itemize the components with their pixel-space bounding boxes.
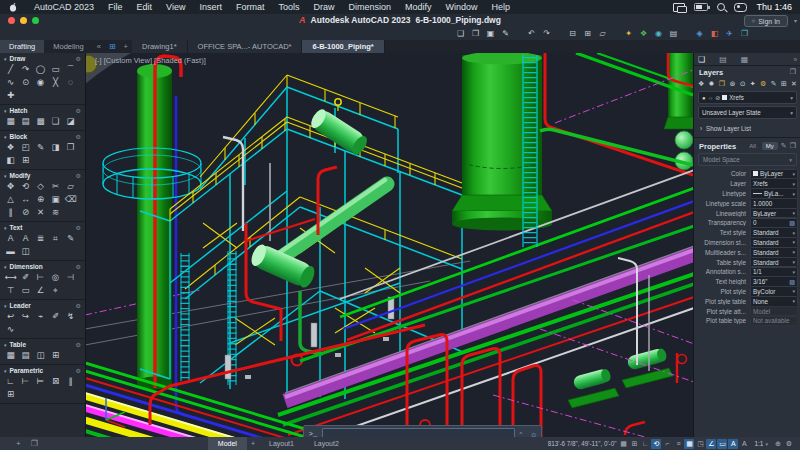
palette-tool-icon[interactable]: ❖	[3, 141, 18, 154]
property-value-field[interactable]: Standard ▾ ▨	[750, 247, 798, 258]
qat-tool-icon[interactable]: ◉	[653, 28, 664, 39]
layers-panel-icon[interactable]: ❐	[790, 68, 796, 76]
palette-tool-icon[interactable]: ⊤	[3, 284, 18, 297]
palette-tool-icon[interactable]: ◯	[33, 63, 48, 76]
control-center-icon[interactable]	[734, 3, 747, 12]
section-gear-icon[interactable]: ⚙	[76, 224, 81, 231]
screen-mirroring-icon[interactable]	[673, 3, 685, 12]
qat-tool-icon[interactable]: ↷	[541, 28, 552, 39]
palette-tool-icon[interactable]: ✎	[63, 232, 78, 245]
qat-tool-icon[interactable]: ▤	[668, 28, 679, 39]
layer-tool-icon[interactable]: ❐	[719, 80, 725, 88]
panel-tab-icon[interactable]: ❏	[698, 55, 705, 64]
properties-filter-all[interactable]: All	[746, 142, 759, 150]
status-toggle-icon[interactable]: ≡	[673, 439, 683, 449]
palette-tool-icon[interactable]: ⊠	[48, 375, 63, 388]
palette-tool-icon[interactable]: ⊞	[3, 388, 18, 401]
qat-tool-icon[interactable]: ⊞	[582, 28, 593, 39]
palette-tool-icon[interactable]: ∥	[63, 375, 78, 388]
qat-tool-icon[interactable]: ✈	[724, 28, 735, 39]
palette-tool-icon[interactable]: ◌	[63, 76, 78, 89]
palette-tool-icon[interactable]: ◉	[33, 76, 48, 89]
palette-tool-icon[interactable]: ✐	[48, 310, 63, 323]
statusbar-left-icon[interactable]: ❐	[31, 439, 38, 448]
palette-tool-icon[interactable]: ▣	[48, 193, 63, 206]
menu-item[interactable]: View	[159, 2, 192, 12]
qat-tool-icon[interactable]: ✎	[500, 28, 511, 39]
menu-item[interactable]: Edit	[130, 2, 160, 12]
sign-in-button[interactable]: ○ Sign In	[744, 15, 788, 27]
menu-item[interactable]: Dimension	[342, 2, 399, 12]
layer-tool-icon[interactable]: ⊛	[729, 80, 735, 88]
property-value-field[interactable]: 1.0000 ▾ ▨	[750, 198, 798, 209]
layer-tool-icon[interactable]: ❖	[698, 80, 704, 88]
panel-tab-icon[interactable]: ▤	[719, 55, 727, 64]
palette-tool-icon[interactable]: ▦	[3, 349, 18, 362]
model-3d-scene[interactable]	[85, 53, 693, 437]
drawing-tab[interactable]: OFFICE SPA...- AUTOCAD*	[188, 40, 303, 53]
palette-tool-icon[interactable]: ✥	[3, 180, 18, 193]
status-toggle-icon[interactable]: ⊕	[773, 439, 783, 449]
layer-tool-icon[interactable]: ✹	[709, 80, 715, 88]
palette-tool-icon[interactable]: ◫	[33, 349, 48, 362]
battery-icon[interactable]	[694, 3, 708, 11]
palette-tool-icon[interactable]: △	[3, 193, 18, 206]
palette-tool-icon[interactable]: ◰	[18, 141, 33, 154]
palette-tool-icon[interactable]: ✚	[3, 89, 18, 102]
properties-panel-icon[interactable]: ❐	[790, 142, 796, 150]
section-header[interactable]: ▾Leader⚙	[0, 301, 85, 310]
palette-tool-icon[interactable]: ⌒	[63, 63, 78, 76]
menu-item[interactable]: Draw	[306, 2, 341, 12]
palette-tool-icon[interactable]: ╳	[48, 76, 63, 89]
section-gear-icon[interactable]: ⚙	[76, 263, 81, 270]
section-gear-icon[interactable]: ⚙	[76, 341, 81, 348]
palette-tool-icon[interactable]: ✂	[48, 180, 63, 193]
palette-tool-icon[interactable]: ↷	[18, 63, 33, 76]
section-header[interactable]: ▾Hatch⚙	[0, 106, 85, 115]
palette-tool-icon[interactable]: ◫	[18, 245, 33, 258]
drawing-tab[interactable]: Drawing1*	[132, 40, 188, 53]
layer-tool-icon[interactable]: ⚙	[760, 80, 766, 88]
drawing-tab[interactable]: 6-B-1000_Piping*	[302, 40, 384, 53]
palette-tool-icon[interactable]: ▩	[33, 115, 48, 128]
qat-tool-icon[interactable]: ◧	[709, 28, 720, 39]
spotlight-icon[interactable]	[717, 3, 725, 11]
collapse-palette-icon[interactable]: «	[93, 40, 105, 53]
palette-tool-icon[interactable]: ⊞	[18, 154, 33, 167]
layer-tool-icon[interactable]: ⊙	[740, 80, 746, 88]
palette-tool-icon[interactable]: ∟	[3, 375, 18, 388]
status-toggle-icon[interactable]: A	[728, 439, 738, 449]
status-toggle-icon[interactable]: ⊞	[629, 439, 639, 449]
palette-tool-icon[interactable]: ❏	[48, 115, 63, 128]
palette-tool-icon[interactable]: ⊙	[18, 76, 33, 89]
menu-item[interactable]: AutoCAD 2023	[27, 2, 101, 12]
palette-tool-icon[interactable]: ▬	[3, 245, 18, 258]
property-value-field[interactable]: ByLayer ▾ ▨	[750, 208, 798, 219]
property-button-icon[interactable]: ▨	[789, 278, 795, 285]
viewport-controls[interactable]: [-] [Custom View] [Shaded (Fast)]	[95, 56, 206, 65]
property-value-field[interactable]: Not available ▾ ▨	[750, 316, 798, 327]
section-gear-icon[interactable]: ⚙	[76, 172, 81, 179]
palette-tool-icon[interactable]: ∿	[3, 323, 18, 336]
menu-item[interactable]: File	[101, 2, 130, 12]
layer-state-select[interactable]: Unsaved Layer State ▾	[698, 106, 797, 119]
qat-tool-icon[interactable]: ◈	[694, 28, 705, 39]
workspace-tab-drafting[interactable]: Drafting	[0, 40, 44, 53]
section-gear-icon[interactable]: ⚙	[76, 367, 81, 374]
palette-tool-icon[interactable]: ▭	[18, 284, 33, 297]
layout-tab[interactable]: Layout2	[304, 437, 349, 450]
section-header[interactable]: ▾Table⚙	[0, 340, 85, 349]
palette-tool-icon[interactable]: ≣	[33, 232, 48, 245]
palette-tool-icon[interactable]: ⊘	[18, 206, 33, 219]
status-toggle-icon[interactable]: ∟	[640, 439, 650, 449]
palette-tool-icon[interactable]: ▤	[18, 115, 33, 128]
palette-tool-icon[interactable]: ▦	[3, 115, 18, 128]
properties-filter-my[interactable]: My	[762, 142, 778, 150]
palette-tool-icon[interactable]: ▤	[18, 349, 33, 362]
status-toggle-icon[interactable]: ⌐	[662, 439, 672, 449]
palette-tool-icon[interactable]: ◧	[3, 154, 18, 167]
properties-edit-icon[interactable]: ✎	[781, 142, 787, 150]
palette-tool-icon[interactable]: ✎	[33, 141, 48, 154]
selection-dropdown[interactable]: Model Space ▾	[698, 153, 797, 166]
layer-tool-icon[interactable]: ⊞	[781, 80, 787, 88]
